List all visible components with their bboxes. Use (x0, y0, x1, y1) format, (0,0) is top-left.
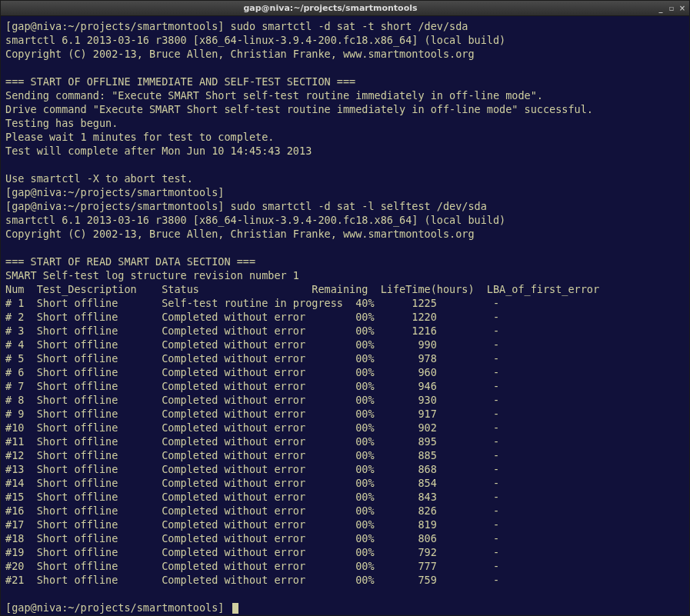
minimize-icon[interactable]: _ (657, 5, 665, 12)
terminal-body[interactable]: [gap@niva:~/projects/smartmontools] sudo… (1, 16, 689, 615)
terminal-window: gap@niva:~/projects/smartmontools _ ▫ × … (0, 0, 690, 616)
window-controls: _ ▫ × (657, 5, 686, 12)
window-title: gap@niva:~/projects/smartmontools (4, 3, 657, 13)
cursor (232, 603, 238, 614)
titlebar[interactable]: gap@niva:~/projects/smartmontools _ ▫ × (1, 1, 689, 16)
maximize-icon[interactable]: ▫ (668, 5, 675, 12)
close-icon[interactable]: × (678, 5, 686, 12)
